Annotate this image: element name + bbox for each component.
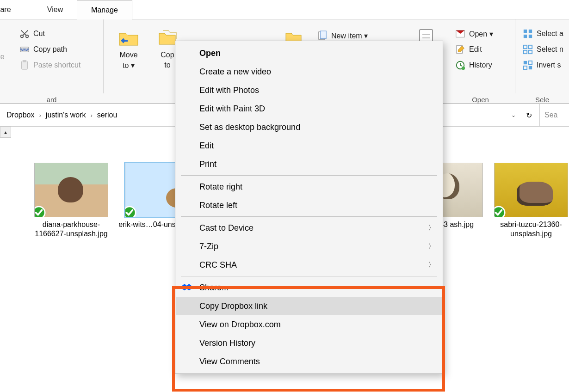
cm-edit[interactable]: Edit [176, 136, 442, 155]
dropbox-icon [182, 282, 192, 293]
copy-path-label: Copy path [33, 45, 67, 54]
copy-to-label2: to [164, 61, 170, 69]
history-icon [455, 60, 465, 70]
group-label-clipboard: ard [0, 96, 103, 104]
select-all-label: Select a [537, 30, 563, 38]
cm-separator [181, 276, 437, 276]
svg-point-13 [462, 67, 465, 70]
ribbon-group-select: Select a Select n Invert s Sele [515, 19, 569, 93]
file-item[interactable]: diana-parkhouse-1166627-unsplash.jpg [28, 160, 115, 239]
address-dropdown-button[interactable]: ⌄ [507, 109, 520, 121]
cm-open[interactable]: Open [176, 44, 442, 62]
breadcrumb-seg-0[interactable]: Dropbox [6, 111, 34, 119]
cm-7zip-label: 7-Zip [199, 242, 218, 251]
edit-label: Edit [469, 45, 482, 54]
ribbon-group-organize: Move to ▾ Cop to [104, 19, 185, 93]
move-to-label2: to ▾ [123, 61, 135, 70]
search-input[interactable]: Sea [539, 104, 569, 126]
scissors-icon [19, 29, 30, 39]
history-button[interactable]: History [452, 57, 496, 73]
chevron-right-icon[interactable]: › [90, 112, 92, 119]
chevron-right-icon[interactable]: › [39, 112, 41, 119]
cm-separator [181, 175, 437, 176]
svg-rect-21 [529, 50, 532, 54]
cut-button[interactable]: Cut [17, 26, 83, 42]
svg-rect-14 [524, 30, 527, 33]
file-thumbnail [494, 163, 568, 217]
svg-text:www: www [20, 48, 29, 52]
file-thumbnail [34, 163, 108, 217]
select-none-button[interactable]: Select n [520, 42, 566, 57]
edit-pencil-icon [455, 44, 465, 55]
svg-rect-17 [529, 35, 532, 38]
cm-7zip[interactable]: 7-Zip 〉 [176, 237, 442, 256]
svg-rect-19 [529, 45, 532, 49]
move-to-label1: Move [119, 51, 137, 59]
cm-print[interactable]: Print [176, 155, 442, 173]
refresh-button[interactable]: ↻ [522, 109, 536, 122]
cm-rotate-left[interactable]: Rotate left [176, 196, 442, 214]
cm-view-dropbox[interactable]: View on Dropbox.com [176, 315, 442, 334]
svg-rect-5 [23, 60, 26, 62]
svg-rect-16 [524, 35, 527, 38]
cm-share[interactable]: Share... [176, 278, 442, 297]
cm-edit-photos[interactable]: Edit with Photos [176, 81, 442, 99]
ribbon-group-clipboard: te Cut www Copy path Paste shortcut [0, 19, 104, 93]
history-label: History [469, 61, 492, 69]
file-item[interactable]: sabri-tuzcu-21360-unsplash.jpg [488, 160, 569, 239]
cm-crc-sha[interactable]: CRC SHA 〉 [176, 256, 442, 274]
svg-rect-8 [320, 31, 326, 39]
open-label: Open ▾ [469, 30, 493, 38]
invert-selection-button[interactable]: Invert s [520, 57, 566, 73]
cm-view-comments[interactable]: View Comments [176, 352, 442, 371]
ribbon-group-open: Open ▾ Edit History Open [446, 19, 515, 93]
scroll-up-button[interactable]: ▴ [0, 127, 11, 138]
select-none-icon [523, 44, 533, 55]
cm-rotate-right[interactable]: Rotate right [176, 178, 442, 196]
select-all-icon [523, 29, 533, 39]
open-button[interactable]: Open ▾ [452, 26, 496, 42]
cm-edit-paint3d[interactable]: Edit with Paint 3D [176, 99, 442, 118]
tab-manage[interactable]: Manage [77, 0, 132, 19]
open-icon [455, 29, 465, 39]
cut-label: Cut [33, 30, 45, 38]
breadcrumb-seg-1[interactable]: justin's work [46, 111, 86, 119]
cm-set-background[interactable]: Set as desktop background [176, 118, 442, 136]
breadcrumb-seg-2[interactable]: seriou [97, 111, 118, 119]
tab-view[interactable]: View [34, 0, 76, 19]
svg-rect-24 [524, 66, 527, 69]
new-item-label: New item ▾ [331, 31, 368, 40]
group-label-open: Open [446, 96, 515, 104]
group-label-select: Sele [515, 96, 569, 104]
search-placeholder: Sea [544, 111, 557, 119]
move-to-icon [118, 27, 140, 49]
copy-path-icon: www [19, 44, 30, 55]
svg-rect-20 [524, 50, 527, 54]
select-none-label: Select n [537, 45, 563, 54]
cm-create-video[interactable]: Create a new video [176, 62, 442, 81]
paste-shortcut-button[interactable]: Paste shortcut [17, 57, 83, 73]
file-name: diana-parkhouse-1166627-unsplash.jpg [28, 220, 115, 239]
svg-rect-23 [529, 61, 532, 64]
cm-cast-label: Cast to Device [199, 223, 254, 233]
chevron-right-icon: 〉 [428, 223, 435, 233]
cm-version-history[interactable]: Version History [176, 334, 442, 352]
copy-to-label1: Cop [161, 51, 174, 59]
svg-rect-22 [524, 61, 527, 64]
select-all-button[interactable]: Select a [520, 26, 566, 42]
move-to-button[interactable]: Move to ▾ [112, 27, 145, 70]
cm-crc-label: CRC SHA [199, 260, 237, 270]
edit-button[interactable]: Edit [452, 42, 496, 57]
invert-selection-icon [523, 60, 533, 70]
svg-rect-15 [529, 30, 532, 33]
file-name: sabri-tuzcu-21360-unsplash.jpg [488, 220, 569, 239]
chevron-right-icon: 〉 [428, 260, 435, 270]
svg-rect-18 [524, 45, 527, 49]
cm-cast-to-device[interactable]: Cast to Device 〉 [176, 219, 442, 237]
cm-copy-dropbox-link[interactable]: Copy Dropbox link [176, 297, 442, 315]
sync-ok-icon [34, 206, 46, 217]
tab-share[interactable]: are [0, 0, 19, 19]
chevron-right-icon: 〉 [428, 242, 435, 251]
copy-path-button[interactable]: www Copy path [17, 42, 83, 57]
invert-label: Invert s [537, 61, 561, 69]
